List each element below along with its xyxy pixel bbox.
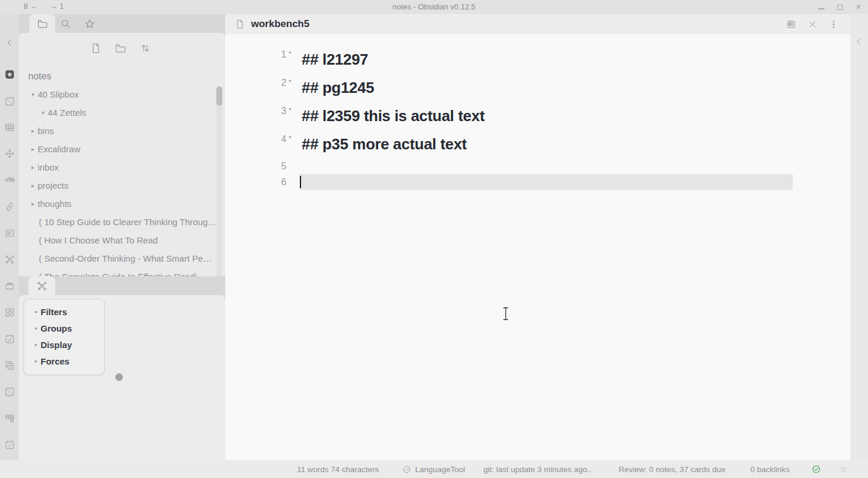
heading-text: ## p35 more actual text <box>302 130 467 158</box>
tree-file[interactable]: ( The Complete Guide to Effective Readi… <box>19 268 217 276</box>
line-number: 6 <box>225 174 286 190</box>
fold-caret-icon[interactable] <box>286 130 293 145</box>
tree-folder-inbox[interactable]: inbox <box>19 158 217 176</box>
maximize-icon <box>837 5 843 10</box>
minimize-icon <box>818 8 824 9</box>
minimize-button[interactable] <box>817 4 824 11</box>
expand-caret-icon <box>28 200 38 207</box>
copy-note-icon[interactable] <box>2 358 16 372</box>
workspaces-icon[interactable] <box>2 305 16 319</box>
active-line-highlight <box>299 174 793 190</box>
statusbar: 11 words 74 characters LanguageTool git:… <box>0 460 868 478</box>
file-explorer-tab[interactable] <box>29 14 55 33</box>
more-options-icon[interactable] <box>829 19 839 29</box>
editor-line-6-active[interactable]: 6 <box>225 174 850 190</box>
fold-caret-icon[interactable] <box>286 102 293 117</box>
new-folder-button[interactable] <box>113 41 128 55</box>
tree-folder-excalidraw[interactable]: Excalidraw <box>19 140 217 158</box>
file-tree: notes 40 Slipbox 44 Zettels bins Excalid… <box>19 67 217 276</box>
note-title: workbench5 <box>251 18 309 30</box>
tree-file[interactable]: ( 10 Step Guide to Clearer Thinking Thro… <box>19 213 217 231</box>
tree-folder-projects[interactable]: projects <box>19 176 217 195</box>
daily-note-icon[interactable] <box>2 437 16 452</box>
fold-caret-icon[interactable] <box>286 73 293 89</box>
heading-text: ## l2359 this is actual text <box>302 102 485 130</box>
window-title: notes - Obsidian v0.12.5 <box>0 2 868 11</box>
sync-ok-icon[interactable] <box>812 460 821 478</box>
collapse-sidebar-icon[interactable] <box>2 35 16 49</box>
graph-section-groups[interactable]: Groups <box>24 320 104 336</box>
line-number: 4 <box>225 130 286 149</box>
explorer-toolbar <box>19 41 225 58</box>
expand-caret-icon <box>32 325 41 331</box>
expand-caret-icon <box>28 128 38 134</box>
sort-order-button[interactable] <box>138 41 152 55</box>
expand-caret-icon <box>32 342 41 347</box>
collapse-caret-icon <box>38 109 48 116</box>
obsidian-window: 8 1 notes - Obsidian v0.12.5 × <% <box>0 0 868 478</box>
tree-folder-thoughts[interactable]: thoughts <box>19 195 217 213</box>
dice-roller-icon[interactable] <box>2 385 16 399</box>
heading-text: ## l21297 <box>302 45 368 73</box>
graph-icon <box>36 280 48 292</box>
editor-line-5[interactable]: 5 <box>225 158 850 174</box>
editor-line-2[interactable]: 2 ## pg1245 <box>225 73 850 102</box>
line-number: 5 <box>225 158 286 174</box>
new-note-button[interactable] <box>89 41 103 55</box>
right-sidebar-strip <box>850 14 868 460</box>
table-view-icon[interactable] <box>2 120 16 134</box>
vault-title[interactable]: notes <box>19 67 217 85</box>
tree-file[interactable]: ( Second-Order Thinking - What Smart Pe… <box>19 249 217 268</box>
pill-icon[interactable] <box>2 199 16 213</box>
reading-view-icon[interactable] <box>786 19 796 29</box>
review-status[interactable]: Review: 0 notes, 37 cards due <box>619 460 726 478</box>
sort-icon <box>139 42 151 54</box>
editor-header: workbench5 <box>225 14 850 34</box>
graph-controls-tab[interactable] <box>28 276 55 295</box>
tree-folder-bins[interactable]: bins <box>19 122 217 140</box>
editor-content[interactable]: 1 ## l21297 2 ## pg1245 3 ## l2359 this … <box>225 34 850 460</box>
editor-line-3[interactable]: 3 ## l2359 this is actual text <box>225 102 850 130</box>
graph-tabstrip <box>19 276 225 295</box>
graph-settings-card: Filters Groups Display Forces <box>24 299 105 375</box>
expand-right-sidebar-icon[interactable] <box>854 36 864 47</box>
tree-file[interactable]: ( How I Choose What To Read <box>19 231 217 249</box>
backlinks-count[interactable]: 0 backlinks <box>750 460 790 478</box>
fold-caret-icon[interactable] <box>286 45 293 61</box>
explorer-scrollbar[interactable] <box>216 86 222 276</box>
languagetool-status[interactable]: LanguageTool <box>402 460 465 478</box>
search-icon <box>60 18 71 29</box>
tree-folder-44-zettels[interactable]: 44 Zettels <box>19 103 217 122</box>
graph-section-forces[interactable]: Forces <box>24 353 104 369</box>
close-window-button[interactable]: × <box>855 4 862 11</box>
tree-folder-40-slipbox[interactable]: 40 Slipbox <box>19 85 217 103</box>
graph-section-display[interactable]: Display <box>24 336 104 353</box>
graph-view-pane: Filters Groups Display Forces <box>19 295 225 460</box>
database-icon[interactable] <box>2 411 16 425</box>
starred-notes-icon[interactable] <box>2 67 16 81</box>
window-controls: × <box>817 0 862 14</box>
close-pane-icon[interactable] <box>807 19 817 29</box>
git-status[interactable]: git: last update 3 minutes ago.. <box>483 460 592 478</box>
check-circle-icon <box>402 465 411 474</box>
graph-view-icon[interactable] <box>2 252 16 266</box>
file-explorer-pane: notes 40 Slipbox 44 Zettels bins Excalid… <box>19 33 225 276</box>
editor-line-1[interactable]: 1 ## l21297 <box>225 45 850 73</box>
left-ribbon: <% <box>0 14 19 460</box>
starred-tab[interactable] <box>76 14 102 33</box>
star-icon <box>84 18 95 29</box>
open-random-note-icon[interactable] <box>2 94 16 108</box>
editor-line-4[interactable]: 4 ## p35 more actual text <box>225 130 850 158</box>
expand-caret-icon <box>32 309 41 315</box>
graph-expand-icon[interactable] <box>2 146 16 161</box>
templater-icon[interactable]: <% <box>2 173 16 187</box>
maximize-button[interactable] <box>836 4 843 11</box>
graph-section-filters[interactable]: Filters <box>24 303 104 320</box>
calendar-check-icon[interactable] <box>2 332 16 346</box>
graph-node[interactable] <box>115 373 123 381</box>
search-tab[interactable] <box>52 14 78 33</box>
card-deck-icon[interactable] <box>2 279 16 293</box>
flashcards-icon[interactable] <box>2 226 16 240</box>
scrollbar-thumb[interactable] <box>216 86 222 106</box>
save-status-icon <box>840 460 847 478</box>
